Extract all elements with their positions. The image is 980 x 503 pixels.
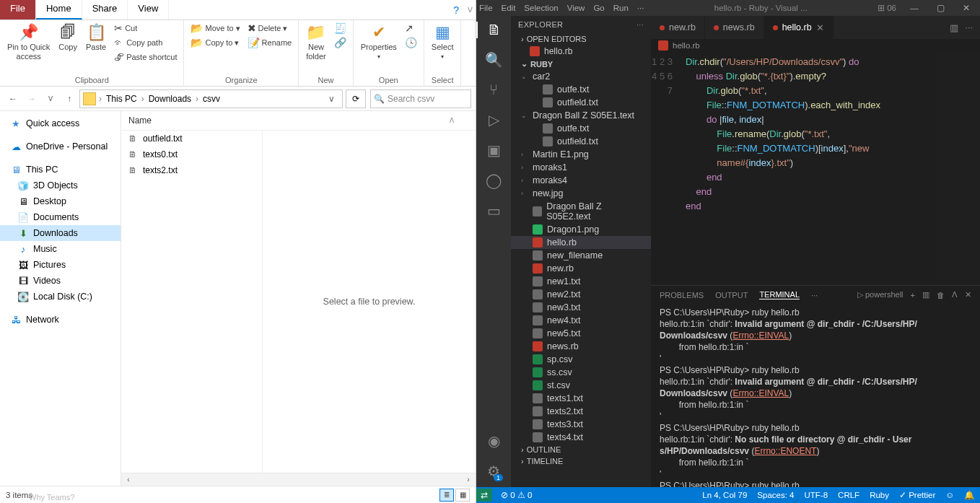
pin-to-quick-access-button[interactable]: 📌Pin to Quick access — [4, 22, 53, 63]
minimize-button[interactable]: — — [904, 4, 925, 12]
activity-settings-icon[interactable]: ⚙ — [487, 463, 500, 480]
file-row[interactable]: 🗎texts0.txt — [121, 146, 262, 162]
nav-up-button[interactable]: ↑ — [61, 90, 78, 108]
new-item-button[interactable]: 🧾 — [332, 22, 349, 35]
activity-account-icon[interactable]: ◉ — [488, 432, 500, 450]
nav-onedrive[interactable]: ☁OneDrive - Personal — [0, 139, 121, 154]
nav-downloads[interactable]: ⬇Downloads — [0, 225, 121, 241]
status-eol[interactable]: CRLF — [838, 490, 859, 500]
menu-item[interactable]: Run — [613, 4, 629, 12]
code-editor[interactable]: 1 2 3 4 5 6 7 Dir.chdir("/Users/HP/Downl… — [651, 52, 980, 285]
editor-tab[interactable]: new.rb — [651, 16, 705, 39]
history-button[interactable]: 🕓 — [403, 36, 419, 49]
nav-quick-access[interactable]: ★Quick access — [0, 115, 121, 131]
refresh-button[interactable]: ⟳ — [346, 89, 366, 108]
terminal-maximize-icon[interactable]: ᐱ — [952, 290, 958, 299]
editor-tab[interactable]: hello.rb✕ — [764, 16, 834, 39]
tree-item[interactable]: new5.txt — [511, 327, 651, 340]
tree-item[interactable]: new1.txt — [511, 275, 651, 288]
nav-3d-objects[interactable]: 🧊3D Objects — [0, 178, 121, 193]
tree-item[interactable]: texts2.txt — [511, 405, 651, 418]
nav-this-pc[interactable]: 🖥This PC — [0, 162, 121, 178]
menu-item[interactable]: View — [567, 4, 585, 12]
tree-item[interactable]: outfield.txt — [511, 135, 651, 148]
menu-item[interactable]: Go — [593, 4, 604, 12]
status-problems[interactable]: ⊘ 0 ⚠ 0 — [501, 490, 532, 500]
help-icon[interactable]: ? — [453, 4, 459, 16]
tab-view[interactable]: View — [128, 0, 169, 19]
status-lncol[interactable]: Ln 4, Col 79 — [702, 490, 747, 500]
properties-button[interactable]: ✔Properties▾ — [358, 22, 400, 61]
tree-item[interactable]: texts4.txt — [511, 431, 651, 444]
terminal-close-icon[interactable]: ✕ — [965, 290, 971, 299]
tree-item[interactable]: sp.csv — [511, 353, 651, 366]
copy-to-button[interactable]: 📂Copy to ▾ — [188, 36, 242, 49]
tree-item[interactable]: new2.txt — [511, 288, 651, 301]
icons-view-button[interactable]: ▦ — [455, 489, 470, 502]
activity-docker-icon[interactable]: ▭ — [487, 202, 501, 219]
tree-item[interactable]: ›new.jpg — [511, 187, 651, 200]
tree-item[interactable]: Dragon1.png — [511, 223, 651, 236]
open-editors-section[interactable]: ›OPEN EDITORS — [511, 33, 651, 45]
menu-item[interactable]: File — [479, 4, 493, 12]
tree-item[interactable]: new4.txt — [511, 314, 651, 327]
editor-breadcrumb[interactable]: hello.rb — [651, 39, 980, 52]
tab-home[interactable]: Home — [36, 0, 82, 19]
easy-access-button[interactable]: 🔗 — [332, 36, 349, 49]
close-tab-icon[interactable]: ✕ — [816, 22, 824, 33]
nav-network[interactable]: 🖧Network — [0, 312, 121, 328]
new-folder-button[interactable]: 📁New folder — [303, 22, 329, 63]
move-to-button[interactable]: 📂Move to ▾ — [188, 22, 242, 35]
file-row[interactable]: 🗎texts2.txt — [121, 162, 262, 178]
status-language[interactable]: Ruby — [870, 490, 889, 500]
activity-debug-icon[interactable]: ▷ — [489, 111, 499, 128]
horizontal-scrollbar[interactable]: ‹› — [121, 473, 476, 486]
copy-button[interactable]: 🗐Copy — [56, 22, 80, 53]
status-bell-icon[interactable]: 🔔 — [964, 490, 974, 500]
activity-extensions-icon[interactable]: ▣ — [487, 141, 501, 159]
tree-item[interactable]: new.rb — [511, 262, 651, 275]
open-item-button[interactable]: ↗ — [403, 22, 419, 35]
activity-github-icon[interactable]: ◯ — [486, 172, 502, 189]
close-button[interactable]: ✕ — [955, 3, 977, 13]
breadcrumb-part[interactable]: This PC — [105, 94, 139, 104]
panel-tab[interactable]: PROBLEMS — [660, 291, 704, 299]
nav-documents[interactable]: 📄Documents — [0, 209, 121, 225]
split-editor-icon[interactable]: ▥ — [950, 22, 958, 33]
timeline-section[interactable]: ›TIMELINE — [511, 455, 651, 467]
tree-item[interactable]: ›moraks4 — [511, 174, 651, 187]
tab-share[interactable]: Share — [82, 0, 128, 19]
code-content[interactable]: Dir.chdir("/Users/HP/Downloads/csvv") do… — [680, 52, 937, 285]
maximize-button[interactable]: ▢ — [929, 3, 951, 13]
nav-history-dropdown[interactable]: ᐯ — [42, 90, 59, 108]
status-spaces[interactable]: Spaces: 4 — [757, 490, 794, 500]
address-bar[interactable]: › This PC › Downloads › csvv ∨ — [79, 89, 343, 108]
tree-item[interactable]: new_filename — [511, 249, 651, 262]
outline-section[interactable]: ›OUTLINE — [511, 444, 651, 455]
details-view-button[interactable]: ≣ — [439, 489, 454, 502]
open-editor-item[interactable]: hello.rb — [511, 45, 651, 58]
menu-item[interactable]: ··· — [637, 4, 644, 12]
panel-more-icon[interactable]: ··· — [811, 291, 818, 299]
terminal-shell-label[interactable]: ▷ powershell — [857, 290, 904, 299]
breadcrumb-part[interactable]: csvv — [201, 94, 222, 104]
nav-local-disk[interactable]: 💽Local Disk (C:) — [0, 289, 121, 305]
activity-scm-icon[interactable]: ⑂ — [489, 82, 498, 98]
search-input[interactable]: 🔍 Search csvv — [370, 89, 471, 108]
menu-item[interactable]: Edit — [502, 4, 516, 12]
paste-shortcut-button[interactable]: 🖇Paste shortcut — [112, 51, 179, 64]
tree-item[interactable]: ›Martin E1.png — [511, 148, 651, 161]
status-feedback-icon[interactable]: ☺ — [945, 490, 954, 500]
sidebar-more-icon[interactable]: ··· — [636, 20, 644, 29]
workspace-root[interactable]: ⌄RUBY — [511, 58, 651, 70]
editor-tab[interactable]: news.rb — [705, 16, 764, 39]
copy-path-button[interactable]: ᯤCopy path — [112, 36, 179, 49]
nav-videos[interactable]: 🎞Videos — [0, 273, 121, 289]
activity-search-icon[interactable]: 🔍 — [485, 51, 503, 69]
terminal-output[interactable]: PS C:\Users\HP\Ruby> ruby hello.rbhello.… — [651, 304, 980, 487]
panel-tab[interactable]: OUTPUT — [715, 291, 748, 299]
nav-pictures[interactable]: 🖼Pictures — [0, 257, 121, 273]
nav-desktop[interactable]: 🖥Desktop — [0, 193, 121, 209]
nav-back-button[interactable]: ← — [4, 90, 22, 108]
address-dropdown-icon[interactable]: ∨ — [324, 94, 339, 104]
